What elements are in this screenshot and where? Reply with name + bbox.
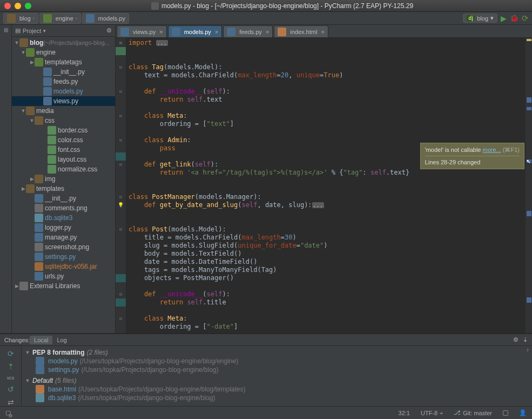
close-icon[interactable]: × <box>159 29 163 35</box>
scroll-right-icon[interactable]: › <box>523 346 532 406</box>
tree-item[interactable]: logger.py <box>12 223 115 232</box>
caret-right-icon[interactable]: ▶ <box>29 59 35 65</box>
tree-item[interactable]: color.css <box>12 135 115 145</box>
changed-file[interactable]: settings.py (/Users/topka/Projects/djang… <box>25 365 520 374</box>
lock-icon[interactable] <box>503 410 508 416</box>
python-icon <box>35 223 43 232</box>
tree-item[interactable]: ▶templates <box>12 184 115 194</box>
caret-down-icon[interactable]: ▼ <box>21 108 26 114</box>
caret-right-icon[interactable]: ▶ <box>14 283 19 289</box>
close-icon[interactable]: × <box>215 29 218 35</box>
tree-item[interactable]: ▼css <box>12 116 115 125</box>
caret-down-icon[interactable]: ▼ <box>29 118 35 123</box>
minimize-icon[interactable] <box>15 3 21 9</box>
reload-button[interactable]: ⟳ <box>522 14 529 23</box>
tree-item[interactable]: font.css <box>12 145 115 155</box>
revert-icon[interactable]: ↺ <box>6 385 15 394</box>
tree-item[interactable]: db.sqlite3 <box>12 213 115 223</box>
diff-icon[interactable]: ⇄ <box>6 398 15 407</box>
vcs-commit-icon[interactable]: ⇡ <box>6 362 15 371</box>
caret-right-icon[interactable]: ▶ <box>21 186 26 191</box>
maximize-icon[interactable] <box>25 3 31 9</box>
changes-tab-local[interactable]: Local <box>30 336 52 344</box>
gear-icon[interactable]: ⚙ <box>106 27 112 34</box>
tab-index[interactable]: index.html× <box>274 25 328 37</box>
tree-item[interactable]: screenshot.png <box>12 242 115 252</box>
changelist-default[interactable]: ▼Default (5 files) base.html (/Users/top… <box>25 376 520 402</box>
caret-down-icon[interactable]: ▼ <box>14 40 19 45</box>
code-editor[interactable]: ⊞ ⊖ ⊖ ⊖ ⊖ ⊖ ⊖ 💡 <box>116 38 532 333</box>
tab-models[interactable]: models.py× <box>168 25 223 37</box>
python-icon <box>35 233 43 242</box>
css-icon <box>48 136 56 144</box>
caret-right-icon[interactable]: ▶ <box>29 176 35 182</box>
left-gutter: ⊞ <box>0 25 12 333</box>
gear-icon[interactable]: ⚙ <box>513 336 518 343</box>
tree-item[interactable]: layout.css <box>12 155 115 164</box>
tree-item[interactable]: ▼media <box>12 106 115 116</box>
tree-item[interactable]: models.py <box>12 87 115 96</box>
change-marker[interactable] <box>527 107 531 110</box>
python-icon <box>35 252 43 261</box>
tab-views[interactable]: views.py× <box>117 25 167 37</box>
tree-item[interactable]: sqlitejdbc-v056.jar <box>12 262 115 271</box>
breadcrumb-item[interactable]: models.py <box>82 13 129 24</box>
encoding-selector[interactable]: UTF-8 ÷ <box>421 410 443 416</box>
tree-item[interactable]: urls.py <box>12 271 115 281</box>
changes-panel: Changes: Local Log ⚙ ⇣ ⟳ ⇡ vcs ↺ ⇄ » ▼PE… <box>0 333 532 406</box>
change-marker[interactable] <box>527 97 531 103</box>
changed-file[interactable]: base.html (/Users/topka/Projects/django-… <box>25 385 520 394</box>
tree-item[interactable]: border.css <box>12 125 115 135</box>
structure-tool-button[interactable]: ⊞ <box>4 27 8 33</box>
run-config-dropdown[interactable]: djblog ▾ <box>463 14 497 23</box>
tree-item[interactable]: ▶img <box>12 174 115 184</box>
changed-file[interactable]: db.sqlite3 (/Users/topka/Projects/django… <box>25 394 520 402</box>
statusbar: ▢ 32:1 UTF-8 ÷ ⎇ Git: master 👤 <box>0 406 532 419</box>
hector-icon[interactable]: 👤 <box>519 409 527 416</box>
editor-gutter[interactable]: ⊞ ⊖ ⊖ ⊖ ⊖ ⊖ ⊖ 💡 <box>116 38 126 333</box>
close-icon[interactable]: × <box>321 29 324 35</box>
tree-root[interactable]: ▼blog (~/Projects/django-blog... <box>12 38 115 48</box>
chevron-down-icon[interactable]: ▾ <box>43 28 46 34</box>
tree-item[interactable]: __init__.py <box>12 194 115 203</box>
tree-item[interactable]: settings.py <box>12 252 115 262</box>
changelist-pep[interactable]: ▼PEP 8 formatting (2 files) models.py (/… <box>25 348 520 374</box>
breadcrumb-item[interactable]: engine› <box>39 13 81 24</box>
warning-marker[interactable] <box>527 39 531 41</box>
tree-external-libraries[interactable]: ▶External Libraries <box>12 281 115 291</box>
expand-icon[interactable]: » <box>6 411 15 419</box>
debug-button[interactable]: 🐞 <box>510 14 518 22</box>
tree-item[interactable]: comments.png <box>12 203 115 213</box>
changed-file[interactable]: models.py (/Users/topka/Projects/django-… <box>25 357 520 365</box>
error-stripe[interactable] <box>526 38 532 333</box>
code-content[interactable]: import ... class Tag(models.Model): text… <box>126 38 526 333</box>
caret-down-icon[interactable]: ▼ <box>25 350 30 355</box>
changes-tab-log[interactable]: Log <box>52 336 71 344</box>
python-icon <box>227 28 235 36</box>
tree-item[interactable]: manage.py <box>12 232 115 242</box>
tree-item[interactable]: normalize.css <box>12 164 115 174</box>
run-button[interactable]: ▶ <box>501 14 507 23</box>
refresh-icon[interactable]: ⟳ <box>6 349 15 358</box>
breadcrumb-item[interactable]: blog› <box>3 13 38 24</box>
git-branch[interactable]: ⎇ Git: master <box>454 409 492 416</box>
change-marker[interactable] <box>527 211 531 216</box>
download-icon[interactable]: ⇣ <box>523 336 528 343</box>
caret-position[interactable]: 32:1 <box>399 410 410 416</box>
project-tree[interactable]: ▼blog (~/Projects/django-blog... ▼engine… <box>12 37 115 292</box>
tree-item[interactable]: ▶templatetags <box>12 57 115 67</box>
more-link[interactable]: more... <box>483 147 501 153</box>
change-marker[interactable] <box>527 297 531 303</box>
tree-item[interactable]: __init__.py <box>12 67 115 77</box>
tree-item-selected[interactable]: views.py <box>12 96 115 106</box>
tree-item[interactable]: ▼engine <box>12 48 115 57</box>
tree-item[interactable]: feeds.py <box>12 77 115 87</box>
caret-down-icon[interactable]: ▼ <box>21 50 26 55</box>
tab-feeds[interactable]: feeds.py× <box>223 25 273 37</box>
changes-lists[interactable]: ▼PEP 8 formatting (2 files) models.py (/… <box>22 346 523 406</box>
close-icon[interactable] <box>4 3 11 9</box>
chevron-right-icon: › <box>76 16 77 21</box>
close-icon[interactable]: × <box>266 29 269 35</box>
folder-icon <box>26 184 35 193</box>
caret-down-icon[interactable]: ▼ <box>25 378 30 383</box>
